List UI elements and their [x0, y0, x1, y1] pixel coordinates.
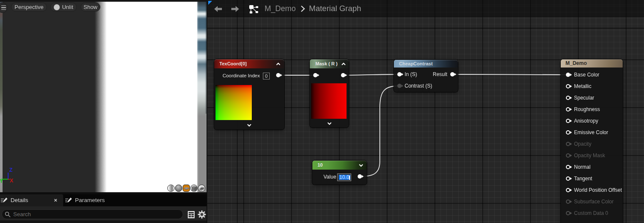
svg-text:X: X — [10, 178, 14, 183]
svg-text:Y: Y — [0, 178, 3, 183]
svg-text:Z: Z — [9, 167, 13, 173]
